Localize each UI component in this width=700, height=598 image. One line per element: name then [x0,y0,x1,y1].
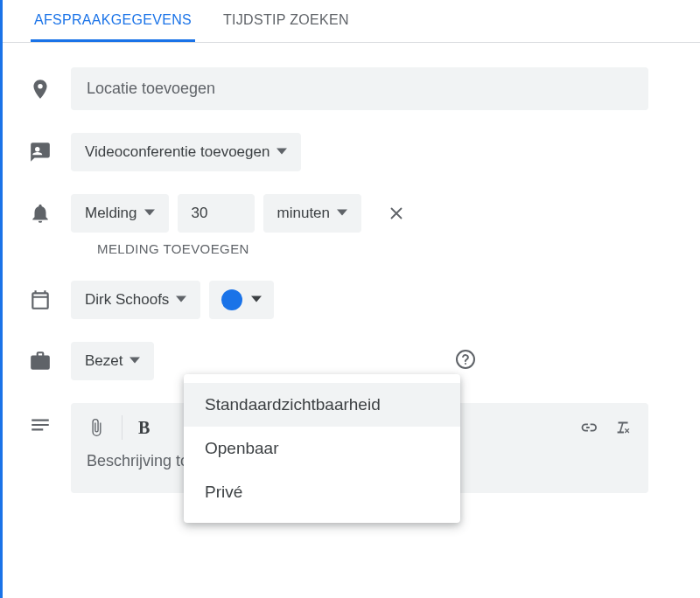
location-row [29,67,700,110]
visibility-option-private[interactable]: Privé [184,470,460,514]
video-speaker-icon [29,141,71,163]
link-icon[interactable] [578,418,598,437]
calendar-icon [29,289,71,311]
visibility-dropdown: Standaardzichtbaarheid Openbaar Privé [184,374,460,523]
chevron-down-icon [337,205,347,222]
notification-type-label: Melding [85,205,137,222]
chevron-down-icon [276,143,287,161]
color-swatch-icon [221,289,242,310]
availability-selector[interactable]: Bezet [71,342,154,380]
remove-notification-button[interactable] [379,196,414,231]
event-color-selector[interactable] [209,281,274,319]
notification-value-input[interactable] [178,194,255,233]
add-videoconf-button[interactable]: Videoconferentie toevoegen [71,133,301,171]
tab-details[interactable]: AFSPRAAKGEGEVENS [31,0,195,42]
notification-row: Melding minuten [29,194,700,233]
calendar-owner-label: Dirk Schoofs [85,291,169,309]
videoconf-row: Videoconferentie toevoegen [29,133,700,171]
notification-unit-selector[interactable]: minuten [263,194,361,233]
tab-find-time[interactable]: TIJDSTIP ZOEKEN [220,0,353,42]
location-input[interactable] [71,67,648,110]
chevron-down-icon [130,352,140,370]
chevron-down-icon [144,205,155,222]
add-notification-button[interactable]: MELDING TOEVOEGEN [97,241,700,256]
svg-point-0 [457,351,474,368]
briefcase-icon [29,350,71,372]
svg-point-1 [465,363,466,365]
tabs: AFSPRAAKGEGEVENS TIJDSTIP ZOEKEN [3,0,700,43]
chevron-down-icon [176,291,186,309]
clear-formatting-icon[interactable] [613,418,633,437]
bell-icon [29,202,71,225]
calendar-row: Dirk Schoofs [29,281,700,319]
help-icon[interactable] [455,349,476,373]
notification-type-selector[interactable]: Melding [71,194,169,233]
attachment-icon[interactable] [87,418,106,437]
visibility-option-default[interactable]: Standaardzichtbaarheid [184,383,460,427]
location-pin-icon [29,78,71,101]
toolbar-divider [122,415,122,440]
calendar-owner-selector[interactable]: Dirk Schoofs [71,281,200,319]
visibility-option-public[interactable]: Openbaar [184,427,460,470]
bold-icon[interactable]: B [138,418,150,438]
add-videoconf-label: Videoconferentie toevoegen [85,143,270,161]
availability-label: Bezet [85,352,122,370]
chevron-down-icon [251,292,262,308]
notification-unit-label: minuten [277,205,330,222]
notes-icon [29,403,71,436]
